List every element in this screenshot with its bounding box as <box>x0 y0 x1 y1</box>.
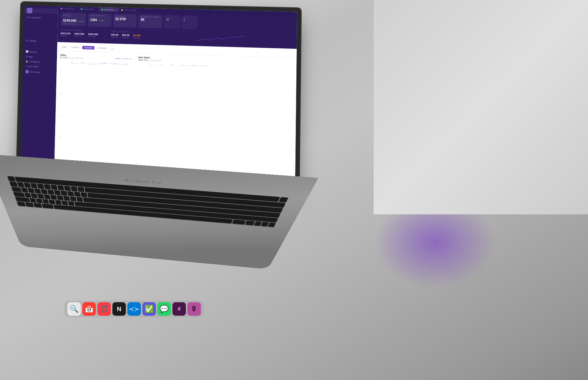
key-option[interactable] <box>33 203 42 208</box>
tab-0-label: Du hast nach... <box>63 8 76 10</box>
key-q[interactable] <box>21 187 28 192</box>
help-more-icon[interactable]: ··· <box>53 66 54 68</box>
dock-tasks[interactable]: ✅ <box>142 302 156 316</box>
kpi-mrr-label: MRR i <box>63 14 84 17</box>
key-g[interactable] <box>50 195 57 200</box>
time-btn-12months[interactable]: 12 Months <box>95 46 108 50</box>
time-btn-daily[interactable]: Daily <box>60 45 69 49</box>
key-c[interactable] <box>42 199 49 204</box>
dock-notion[interactable]: N <box>112 302 126 316</box>
key-fn[interactable] <box>17 201 26 206</box>
key-option-r[interactable] <box>245 220 255 225</box>
tab-2-dot <box>102 9 103 10</box>
key-ctrl[interactable] <box>25 202 34 207</box>
key-h[interactable] <box>57 195 63 200</box>
dock-vscode[interactable]: ≺≻ <box>127 302 141 316</box>
bar-jul <box>67 61 77 61</box>
key-6[interactable] <box>51 185 58 190</box>
key-o[interactable] <box>74 192 81 197</box>
key-3[interactable] <box>30 183 38 188</box>
sidebar-label-settings: tings <box>28 55 33 58</box>
key-i[interactable] <box>67 191 74 196</box>
dock-podcast[interactable]: 🎙 <box>187 302 201 316</box>
macbook-label: MacBook Pro <box>125 178 162 185</box>
mrr-info-icon[interactable]: i <box>68 14 71 17</box>
dock-whatsapp[interactable]: 💬 <box>157 302 171 316</box>
sparkline-svg <box>150 32 293 45</box>
reports-icon: 📊 <box>26 50 28 53</box>
key-4[interactable] <box>37 184 44 189</box>
key-z[interactable] <box>29 198 36 203</box>
key-e[interactable] <box>34 189 41 194</box>
key-left[interactable] <box>254 221 262 226</box>
key-x[interactable] <box>36 198 43 203</box>
chart1-bar-aug: Aug <box>77 61 88 64</box>
chart1-value: $1.14M Average $189.44K <box>60 56 83 59</box>
key-2[interactable] <box>24 182 31 188</box>
dock-music[interactable]: 🎵 <box>97 302 111 316</box>
key-l[interactable] <box>77 197 83 202</box>
key-8[interactable] <box>64 186 71 191</box>
sidebar-label-reports: Reports <box>29 51 37 53</box>
time-btn-3months[interactable]: 3 Months <box>70 45 82 49</box>
key-f[interactable] <box>44 194 51 199</box>
catalog-icon: ⊞ <box>26 39 28 42</box>
key-tab[interactable] <box>11 187 22 192</box>
kpi-extra-cards: Last m 46 Churn 8 <box>164 15 294 32</box>
tab-2[interactable]: Dashboard -... <box>99 7 119 12</box>
key-updown[interactable] <box>261 222 269 227</box>
key-d[interactable] <box>37 194 44 199</box>
time-btn-6months[interactable]: 6 Months <box>82 46 95 49</box>
bar2-aug <box>155 63 166 63</box>
tab-3-label: 5 Key Strategi... <box>124 9 137 11</box>
key-n[interactable] <box>62 201 68 205</box>
key-w[interactable] <box>28 188 35 193</box>
kpi-sub-value: 1384 +1.69% <box>90 17 109 23</box>
key-cmd-r[interactable] <box>232 220 246 225</box>
key-j[interactable] <box>63 196 70 201</box>
key-p[interactable] <box>81 192 87 197</box>
key-cmd-l[interactable] <box>42 204 54 209</box>
sidebar-item-user[interactable]: Tarik Yayla <box>23 69 57 76</box>
key-esc[interactable] <box>7 176 16 181</box>
revenue-month-title: REVENUE THIS MONTH <box>61 29 98 32</box>
key-1[interactable] <box>17 182 24 187</box>
key-caps[interactable] <box>13 192 25 197</box>
dock-finder[interactable]: 🔍 <box>67 302 81 316</box>
dock-calendar[interactable]: 📅 <box>82 302 96 316</box>
key-v[interactable] <box>49 200 55 204</box>
key-right[interactable] <box>268 223 276 227</box>
key-0[interactable] <box>77 187 84 192</box>
bar-dec <box>121 62 131 62</box>
key-7[interactable] <box>57 185 64 190</box>
bar2-nov <box>189 64 200 64</box>
credit-notes-icon: ◈ <box>27 16 28 18</box>
todays-revenue: TODAY'S REVENUE $92.08 Expected $92.08 R… <box>111 31 141 39</box>
key-r[interactable] <box>41 189 48 194</box>
kpi-payments-value: $9 <box>141 18 160 22</box>
todays-revenue-title: TODAY'S REVENUE <box>111 31 141 33</box>
sidebar-logo-area <box>24 8 58 14</box>
key-backtick[interactable] <box>9 182 18 187</box>
key-b[interactable] <box>55 200 62 205</box>
key-a[interactable] <box>24 193 31 198</box>
key-power[interactable] <box>279 197 288 202</box>
key-y[interactable] <box>54 190 61 195</box>
today-yesterday: $4.59K Yesterday <box>133 34 141 39</box>
dock-slack[interactable]: # <box>172 302 186 316</box>
key-5[interactable] <box>44 184 51 190</box>
key-s[interactable] <box>31 193 38 198</box>
tab-0[interactable]: Du hast nach... <box>58 6 78 11</box>
key-m[interactable] <box>68 201 74 206</box>
psd2-more-icon[interactable]: ··· <box>53 61 54 63</box>
key-t[interactable] <box>47 190 54 194</box>
tab-1-label: Experiments -... <box>83 8 96 10</box>
kpi-card-subscriptions: Active Subscriptions 1384 +1.69% <box>88 13 111 27</box>
main-content: Du hast nach... Experiments -... Dashboa… <box>54 6 297 188</box>
key-u[interactable] <box>61 191 67 196</box>
chart1-bar-dec: Dec <box>121 62 131 65</box>
sidebar-label-user: Tarik Yayla <box>30 71 40 73</box>
rev-received: $163.63K Received <box>74 32 85 37</box>
key-k[interactable] <box>70 196 77 201</box>
key-9[interactable] <box>71 186 77 191</box>
